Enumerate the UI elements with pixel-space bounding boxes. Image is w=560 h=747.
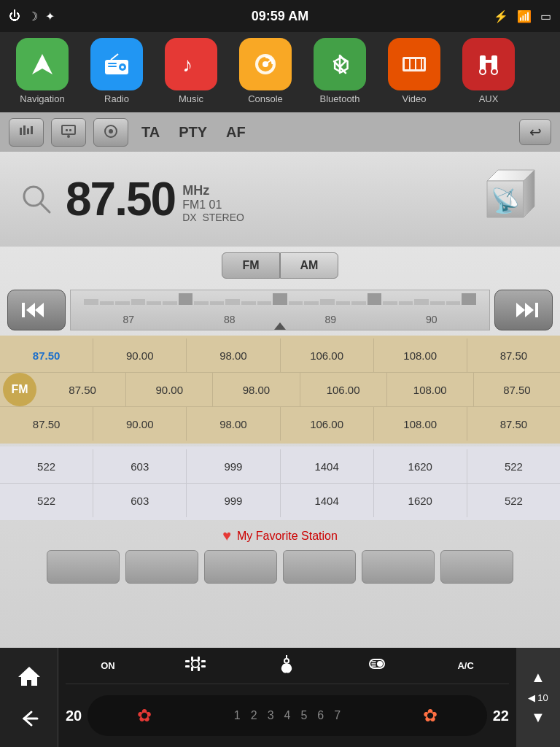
am-preset-2-6[interactable]: 522: [467, 484, 560, 517]
fav-btn-1[interactable]: [47, 550, 120, 584]
am-preset-2-4[interactable]: 1404: [281, 484, 374, 517]
fan-right-icon: ✿: [423, 705, 438, 726]
tuner-marker: [274, 322, 286, 330]
am-preset-1-2[interactable]: 603: [93, 449, 187, 483]
temp-right[interactable]: 22: [493, 708, 509, 724]
fm-preset-2-5[interactable]: 108.00: [387, 373, 474, 406]
app-bluetooth[interactable]: ⬡ Bluetooth: [305, 38, 375, 104]
ta-label[interactable]: TA: [136, 121, 166, 144]
fav-btn-2[interactable]: [125, 550, 198, 584]
svg-rect-5: [108, 66, 117, 67]
app-video[interactable]: Video: [379, 38, 449, 104]
am-preset-1-6[interactable]: 522: [467, 449, 560, 483]
climate-icon-3[interactable]: [367, 654, 387, 678]
fm-preset-2-1[interactable]: 87.50: [39, 373, 126, 406]
am-preset-2-2[interactable]: 603: [93, 484, 187, 517]
fm-preset-2-4[interactable]: 106.00: [300, 373, 387, 406]
svg-line-34: [41, 204, 50, 212]
fm-preset-1-3[interactable]: 98.00: [187, 338, 280, 372]
fm-preset-3-5[interactable]: 108.00: [374, 407, 467, 441]
volume-value: 10: [537, 692, 548, 703]
fm-preset-2-2[interactable]: 90.00: [126, 373, 213, 406]
pty-label[interactable]: PTY: [173, 121, 213, 144]
volume-down-button[interactable]: ▼: [520, 706, 556, 729]
tune-forward-button[interactable]: [494, 290, 553, 330]
svg-rect-53: [191, 667, 193, 671]
back-nav-button[interactable]: [9, 699, 49, 738]
svg-rect-30: [69, 129, 71, 131]
svg-rect-20: [486, 60, 491, 63]
fan-number-display: 1 2 3 4 5 6 7: [234, 709, 341, 722]
svg-rect-48: [191, 657, 193, 661]
svg-marker-39: [35, 303, 44, 317]
app-navigation[interactable]: Navigation: [7, 38, 77, 104]
app-aux[interactable]: AUX: [454, 38, 524, 104]
fm-preset-1-1[interactable]: 87.50: [0, 338, 93, 372]
app-aux-label: AUX: [479, 93, 499, 104]
radio-icon: [90, 38, 143, 90]
fan-left-icon: ✿: [137, 705, 152, 726]
fm-button[interactable]: FM: [222, 252, 280, 279]
fm-preset-1-4[interactable]: 106.00: [281, 338, 374, 372]
fm-preset-2-3[interactable]: 98.00: [213, 373, 300, 406]
fav-btn-3[interactable]: [204, 550, 277, 584]
app-console[interactable]: Console: [230, 38, 300, 104]
climate-icon-1[interactable]: [185, 654, 206, 678]
fm-preset-3-6[interactable]: 87.50: [467, 407, 560, 441]
svg-rect-15: [411, 59, 415, 69]
am-preset-2-3[interactable]: 999: [187, 484, 280, 517]
display-button[interactable]: [51, 118, 86, 147]
app-music[interactable]: ♪ Music: [156, 38, 226, 104]
am-preset-2-1[interactable]: 522: [0, 484, 93, 517]
svg-rect-55: [185, 665, 190, 667]
fm-preset-3-3[interactable]: 98.00: [187, 407, 280, 441]
fan-num-2: 2: [251, 709, 257, 722]
app-radio[interactable]: Radio: [82, 38, 152, 104]
climate-icon-2[interactable]: [276, 654, 297, 678]
fm-preset-2-6[interactable]: 87.50: [474, 373, 560, 406]
fav-btn-5[interactable]: [362, 550, 435, 584]
app-music-label: Music: [179, 93, 203, 104]
ac-button[interactable]: A/C: [457, 660, 473, 671]
am-preset-1-4[interactable]: 1404: [281, 449, 374, 483]
fan-num-3: 3: [268, 709, 274, 722]
am-preset-2-5[interactable]: 1620: [374, 484, 467, 517]
fav-btn-6[interactable]: [440, 550, 513, 584]
home-button[interactable]: [9, 657, 49, 696]
usb-icon: ⚡: [494, 9, 508, 23]
temp-left[interactable]: 20: [66, 708, 82, 724]
fm-preset-1-6[interactable]: 87.50: [467, 338, 560, 372]
climate-on-button[interactable]: ON: [101, 660, 115, 671]
fm-preset-3-1[interactable]: 87.50: [0, 407, 93, 441]
fan-num-6: 6: [317, 709, 324, 722]
scale-ticks: [71, 290, 489, 305]
volume-up-button[interactable]: ▲: [520, 666, 556, 689]
svg-rect-26: [31, 126, 33, 134]
am-preset-1-1[interactable]: 522: [0, 449, 93, 483]
scale-label-88: 88: [224, 314, 236, 325]
back-button[interactable]: ↩: [519, 119, 551, 145]
af-label[interactable]: AF: [220, 121, 252, 144]
fm-preset-3-2[interactable]: 90.00: [93, 407, 187, 441]
search-button[interactable]: [15, 177, 58, 221]
svg-text:📡: 📡: [491, 187, 520, 214]
fm-preset-3-4[interactable]: 106.00: [281, 407, 374, 441]
fm-preset-1-2[interactable]: 90.00: [93, 338, 187, 372]
tune-backward-button[interactable]: [7, 290, 66, 330]
climate-bottom-row: 20 ✿ 1 2 3 4 5 6 7 ✿ 22: [66, 684, 509, 747]
equalizer-button[interactable]: [9, 118, 44, 147]
tuner-scale[interactable]: 87 88 89 90: [70, 290, 490, 330]
am-button[interactable]: AM: [280, 252, 338, 279]
fav-btn-4[interactable]: [283, 550, 356, 584]
am-preset-1-3[interactable]: 999: [187, 449, 280, 483]
power-icon: ⏻: [9, 9, 20, 23]
tuner-bar: 87 88 89 90: [0, 285, 560, 336]
fan-num-1: 1: [234, 709, 241, 722]
am-preset-1-5[interactable]: 1620: [374, 449, 467, 483]
frequency-info: MHz FM1 01 DX STEREO: [182, 183, 244, 223]
fm-preset-1-5[interactable]: 108.00: [374, 338, 467, 372]
svg-rect-52: [198, 667, 200, 671]
fan-num-5: 5: [300, 709, 307, 722]
frequency-unit: MHz: [182, 183, 244, 198]
settings-button[interactable]: [93, 118, 128, 147]
